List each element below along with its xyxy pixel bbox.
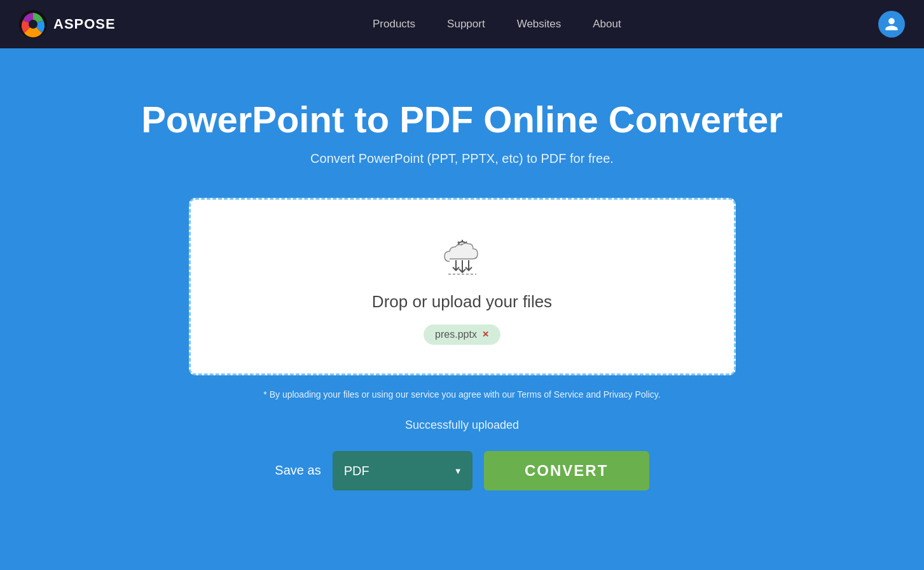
- upload-icon-wrap: [437, 235, 488, 279]
- aspose-logo-icon: [19, 10, 47, 38]
- upload-status: Successfully uploaded: [405, 419, 519, 432]
- file-remove-button[interactable]: ✕: [482, 330, 489, 339]
- logo-area: ASPOSE: [19, 10, 116, 38]
- nav-about[interactable]: About: [593, 18, 621, 31]
- logo-text: ASPOSE: [53, 16, 116, 32]
- save-as-label: Save as: [275, 463, 321, 478]
- format-select[interactable]: PDF PPT PPTX DOC DOCX PNG JPG: [333, 451, 472, 490]
- upload-dropzone[interactable]: Drop or upload your files pres.pptx ✕: [189, 198, 736, 375]
- save-as-row: Save as PDF PPT PPTX DOC DOCX PNG JPG CO…: [275, 451, 649, 490]
- nav-support[interactable]: Support: [447, 18, 485, 31]
- page-subtitle: Convert PowerPoint (PPT, PPTX, etc) to P…: [310, 151, 614, 166]
- upload-cloud-icon: [437, 235, 488, 279]
- svg-line-8: [457, 242, 459, 243]
- header: ASPOSE Products Support Websites About: [0, 0, 924, 48]
- svg-point-1: [29, 20, 38, 29]
- file-name: pres.pptx: [435, 329, 477, 340]
- main-content: PowerPoint to PDF Online Converter Conve…: [0, 48, 924, 529]
- tos-text: * By uploading your files or using our s…: [263, 389, 660, 400]
- page-title: PowerPoint to PDF Online Converter: [141, 99, 783, 140]
- main-nav: Products Support Websites About: [373, 18, 621, 31]
- drop-upload-text: Drop or upload your files: [372, 292, 552, 312]
- nav-websites[interactable]: Websites: [517, 18, 562, 31]
- user-icon: [884, 17, 899, 32]
- uploaded-file-badge: pres.pptx ✕: [424, 324, 500, 345]
- user-avatar[interactable]: [878, 11, 905, 38]
- nav-products[interactable]: Products: [373, 18, 415, 31]
- format-select-wrapper[interactable]: PDF PPT PPTX DOC DOCX PNG JPG: [333, 451, 472, 490]
- convert-button[interactable]: CONVERT: [484, 451, 649, 490]
